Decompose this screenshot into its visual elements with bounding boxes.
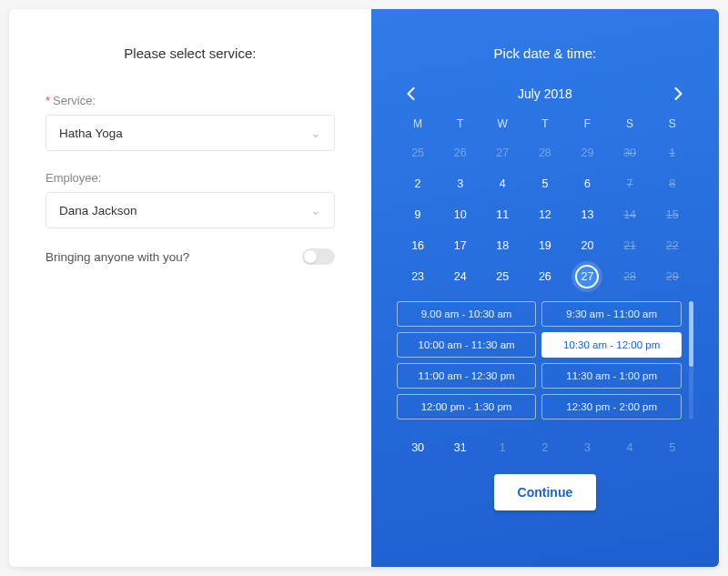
time-slot[interactable]: 12:00 pm - 1:30 pm [397,394,537,419]
required-mark: * [46,94,50,107]
time-slot[interactable]: 11:30 am - 1:00 pm [541,363,682,389]
employee-value: Dana Jackson [59,204,137,217]
calendar-day: 14 [609,203,652,227]
calendar-day: 28 [524,141,567,165]
chevron-right-icon [674,87,682,100]
calendar-day[interactable]: 10 [439,203,481,227]
employee-select[interactable]: Dana Jackson ⌄ [46,192,335,228]
calendar-day[interactable]: 24 [439,265,481,288]
calendar-day: 30 [609,141,652,165]
time-slot[interactable]: 11:00 am - 12:30 pm [397,363,537,389]
calendar-day[interactable]: 30 [397,436,440,460]
service-panel: Please select service: *Service: Hatha Y… [9,9,371,567]
month-label: July 2018 [518,86,572,101]
calendar-day: 26 [439,141,481,165]
time-slots-panel: 9.00 am - 10:30 am9:30 am - 11:00 am10:0… [397,301,693,419]
calendar-day: 5 [651,436,693,460]
calendar-day[interactable]: 20 [566,234,609,258]
slots-scrollbar[interactable] [689,301,693,419]
day-of-week: M [397,117,440,134]
calendar-day: 21 [609,234,652,258]
service-field: *Service: Hatha Yoga ⌄ [46,94,335,151]
calendar-day: 25 [397,141,440,165]
calendar-day: 1 [651,141,693,165]
service-heading: Please select service: [46,45,335,61]
datetime-heading: Pick date & time: [397,45,693,61]
calendar-day: 8 [651,172,693,196]
toggle-knob [304,250,317,263]
scrollbar-thumb[interactable] [689,301,693,367]
calendar-day[interactable]: 6 [566,172,609,196]
calendar-day: 15 [651,203,693,227]
calendar-day[interactable]: 4 [481,172,524,196]
day-of-week: S [609,117,652,134]
calendar-day[interactable]: 19 [524,234,567,258]
continue-wrap: Continue [397,474,693,510]
service-select[interactable]: Hatha Yoga ⌄ [46,115,335,151]
calendar-grid: MTWTFSS252627282930123456789101112131415… [397,117,693,460]
calendar-day[interactable]: 25 [481,265,524,288]
time-slot[interactable]: 12:30 pm - 2:00 pm [541,394,682,419]
calendar-day[interactable]: 18 [481,234,524,258]
calendar-day: 29 [566,141,609,165]
chevron-left-icon [407,87,415,100]
next-month-button[interactable] [670,85,688,103]
day-of-week: F [566,117,609,134]
calendar-day[interactable]: 2 [397,172,440,196]
bringing-label: Bringing anyone with you? [46,250,189,264]
calendar-day: 29 [651,265,693,288]
time-slot[interactable]: 10:30 am - 12:00 pm [541,332,682,358]
bringing-toggle[interactable] [302,248,335,265]
calendar-day[interactable]: 17 [439,234,481,258]
datetime-panel: Pick date & time: July 2018 MTWTFSS25262… [371,9,719,567]
calendar-day[interactable]: 11 [481,203,524,227]
calendar-day: 2 [524,436,567,460]
day-of-week: S [651,117,693,134]
time-slot[interactable]: 9.00 am - 10:30 am [397,301,537,327]
time-slots-grid: 9.00 am - 10:30 am9:30 am - 11:00 am10:0… [397,301,682,419]
calendar-day: 7 [609,172,652,196]
calendar-header: July 2018 [397,85,693,103]
calendar-day[interactable]: 27 [566,265,609,288]
calendar-day[interactable]: 3 [439,172,481,196]
calendar-day: 3 [566,436,609,460]
service-label: *Service: [46,94,335,107]
continue-button[interactable]: Continue [494,474,597,510]
calendar-day: 4 [609,436,652,460]
calendar-day[interactable]: 5 [524,172,567,196]
calendar-day[interactable]: 13 [566,203,609,227]
employee-label: Employee: [46,171,335,185]
calendar-day: 28 [609,265,652,288]
calendar-day[interactable]: 16 [397,234,440,258]
service-value: Hatha Yoga [59,126,123,140]
day-of-week: T [439,117,481,134]
employee-field: Employee: Dana Jackson ⌄ [46,171,335,228]
calendar-day[interactable]: 26 [524,265,567,288]
bringing-row: Bringing anyone with you? [46,248,335,265]
chevron-down-icon: ⌄ [310,126,321,140]
calendar-day[interactable]: 9 [397,203,440,227]
prev-month-button[interactable] [402,85,420,103]
booking-card: Please select service: *Service: Hatha Y… [9,9,719,567]
time-slot[interactable]: 9:30 am - 11:00 am [541,301,682,327]
calendar-day[interactable]: 23 [397,265,440,288]
calendar-day: 22 [651,234,693,258]
chevron-down-icon: ⌄ [310,203,321,217]
day-of-week: T [524,117,567,134]
calendar-day[interactable]: 12 [524,203,567,227]
calendar-day: 27 [481,141,524,165]
calendar-day: 1 [481,436,524,460]
day-of-week: W [481,117,524,134]
calendar-day[interactable]: 31 [439,436,481,460]
time-slot[interactable]: 10:00 am - 11:30 am [397,332,537,358]
